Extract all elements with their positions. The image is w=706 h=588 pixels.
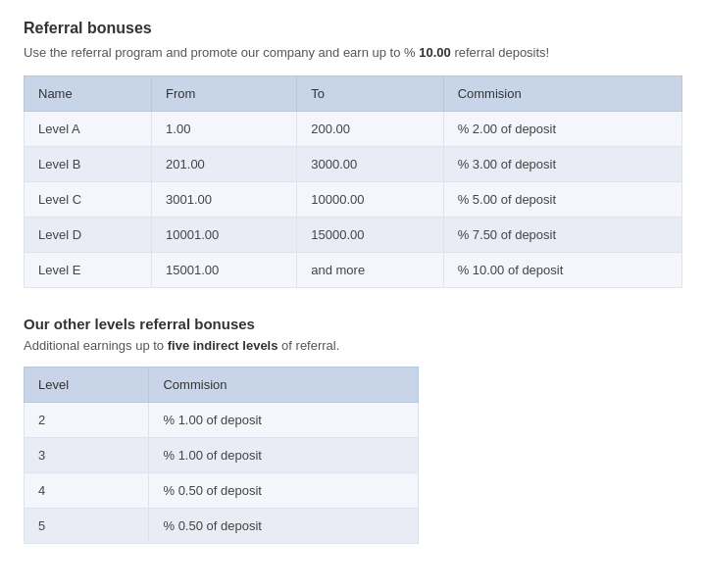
cell-level: 5: [25, 509, 149, 544]
subtitle-highlight: 10.00: [419, 45, 451, 60]
page-subtitle: Use the referral program and promote our…: [24, 45, 682, 60]
section2-subtitle-highlight: five indirect levels: [168, 338, 278, 353]
col-commission: Commision: [443, 76, 681, 112]
table-row: 3% 1.00 of deposit: [25, 438, 419, 473]
cell-to: 200.00: [297, 112, 443, 147]
cell-from: 201.00: [152, 147, 297, 182]
col-name: Name: [25, 76, 152, 112]
secondary-table-body: 2% 1.00 of deposit3% 1.00 of deposit4% 0…: [25, 403, 419, 544]
cell-name: Level E: [25, 253, 152, 288]
cell-commission: % 1.00 of deposit: [149, 403, 419, 438]
col-to: To: [297, 76, 443, 112]
page-title: Referral bonuses: [24, 20, 682, 37]
cell-commission: % 10.00 of deposit: [443, 253, 681, 288]
col-level: Level: [25, 368, 149, 403]
section2-subtitle: Additional earnings up to five indirect …: [24, 338, 682, 353]
table-row: Level D10001.0015000.00% 7.50 of deposit: [25, 218, 682, 253]
col-from: From: [152, 76, 297, 112]
cell-name: Level D: [25, 218, 152, 253]
section2-subtitle-prefix: Additional earnings up to: [24, 338, 164, 353]
main-table-body: Level A1.00200.00% 2.00 of depositLevel …: [25, 112, 682, 288]
cell-to: and more: [297, 253, 443, 288]
secondary-table: Level Commision 2% 1.00 of deposit3% 1.0…: [24, 367, 419, 544]
secondary-table-header-row: Level Commision: [25, 368, 419, 403]
cell-to: 10000.00: [297, 182, 443, 218]
col-commission2: Commision: [149, 368, 419, 403]
cell-level: 2: [25, 403, 149, 438]
table-row: Level E15001.00and more% 10.00 of deposi…: [25, 253, 682, 288]
table-row: 5% 0.50 of deposit: [25, 509, 419, 544]
cell-name: Level C: [25, 182, 152, 218]
main-table: Name From To Commision Level A1.00200.00…: [24, 75, 682, 288]
table-row: 2% 1.00 of deposit: [25, 403, 419, 438]
cell-commission: % 7.50 of deposit: [443, 218, 681, 253]
cell-from: 3001.00: [152, 182, 297, 218]
cell-name: Level B: [25, 147, 152, 182]
cell-commission: % 3.00 of deposit: [443, 147, 681, 182]
cell-from: 10001.00: [152, 218, 297, 253]
table-row: 4% 0.50 of deposit: [25, 473, 419, 509]
subtitle-suffix: referral deposits!: [454, 45, 549, 60]
secondary-table-header: Level Commision: [25, 368, 419, 403]
cell-commission: % 1.00 of deposit: [149, 438, 419, 473]
table-row: Level B201.003000.00% 3.00 of deposit: [25, 147, 682, 182]
main-table-header: Name From To Commision: [25, 76, 682, 112]
cell-to: 15000.00: [297, 218, 443, 253]
subtitle-prefix: Use the referral program and promote our…: [24, 45, 416, 60]
main-table-header-row: Name From To Commision: [25, 76, 682, 112]
cell-to: 3000.00: [297, 147, 443, 182]
cell-from: 15001.00: [152, 253, 297, 288]
cell-commission: % 2.00 of deposit: [443, 112, 681, 147]
cell-commission: % 0.50 of deposit: [149, 509, 419, 544]
cell-level: 4: [25, 473, 149, 509]
table-row: Level C3001.0010000.00% 5.00 of deposit: [25, 182, 682, 218]
cell-commission: % 5.00 of deposit: [443, 182, 681, 218]
cell-name: Level A: [25, 112, 152, 147]
section2-subtitle-suffix: of referral.: [281, 338, 339, 353]
cell-from: 1.00: [152, 112, 297, 147]
cell-level: 3: [25, 438, 149, 473]
table-row: Level A1.00200.00% 2.00 of deposit: [25, 112, 682, 147]
cell-commission: % 0.50 of deposit: [149, 473, 419, 509]
section2-title: Our other levels referral bonuses: [24, 316, 682, 332]
